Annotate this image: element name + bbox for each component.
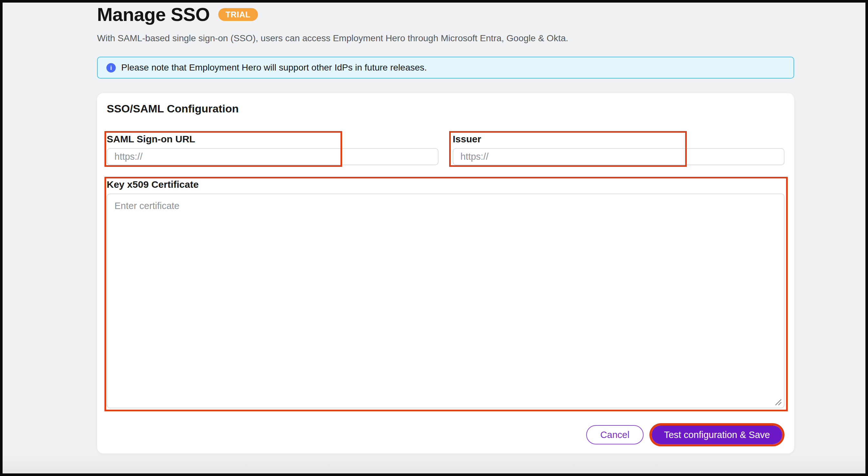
saml-url-input[interactable] — [107, 148, 438, 165]
test-configuration-save-button[interactable]: Test configuration & Save — [652, 426, 782, 444]
page-subtitle: With SAML-based single sign-on (SSO), us… — [97, 33, 794, 44]
sso-config-card: SSO/SAML Configuration SAML Sign-on URL … — [97, 93, 794, 453]
cancel-button[interactable]: Cancel — [586, 425, 644, 444]
certificate-label: Key x509 Certificate — [107, 179, 784, 190]
page: Manage SSO TRIAL With SAML-based single … — [3, 3, 865, 473]
page-title: Manage SSO — [97, 4, 210, 25]
page-bottom-gradient — [3, 453, 865, 473]
info-icon: i — [106, 63, 116, 72]
certificate-textarea[interactable] — [107, 194, 784, 408]
saml-url-label: SAML Sign-on URL — [107, 133, 438, 145]
info-banner: i Please note that Employment Hero will … — [97, 57, 794, 78]
url-fields-row: SAML Sign-on URL Issuer — [107, 133, 784, 165]
sso-config-card-body: SSO/SAML Configuration SAML Sign-on URL … — [97, 93, 794, 453]
title-row: Manage SSO TRIAL — [97, 4, 794, 25]
main-content: Manage SSO TRIAL With SAML-based single … — [97, 3, 794, 453]
certificate-textarea-wrap — [107, 194, 784, 408]
field-issuer: Issuer — [453, 133, 784, 165]
actions-row: Cancel Test configuration & Save — [107, 423, 784, 446]
card-heading: SSO/SAML Configuration — [107, 102, 784, 115]
info-banner-text: Please note that Employment Hero will su… — [121, 63, 427, 73]
field-saml-url: SAML Sign-on URL — [107, 133, 438, 165]
page-header: Manage SSO TRIAL With SAML-based single … — [97, 3, 794, 44]
issuer-input[interactable] — [453, 148, 784, 165]
field-certificate: Key x509 Certificate — [107, 179, 784, 408]
issuer-label: Issuer — [453, 133, 784, 145]
trial-badge: TRIAL — [218, 8, 258, 21]
annotation-ring-submit: Test configuration & Save — [649, 423, 784, 446]
